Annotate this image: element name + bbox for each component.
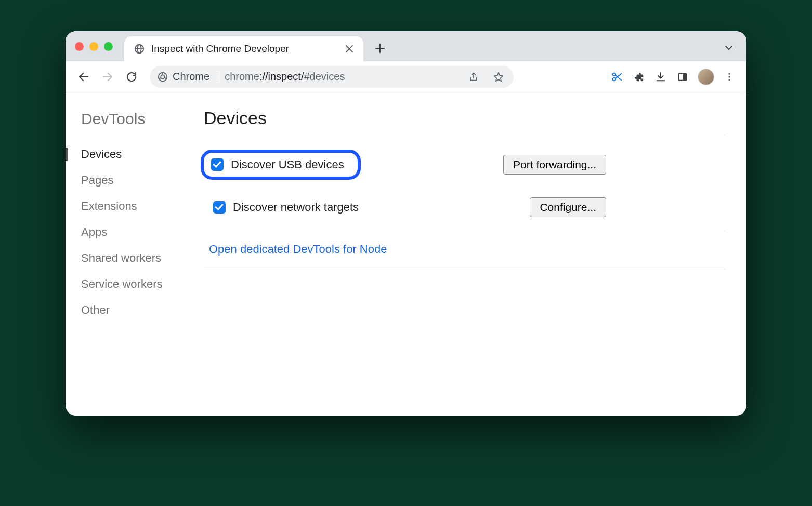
forward-button[interactable] [97,66,119,88]
sidebar-item-shared-workers[interactable]: Shared workers [81,245,189,271]
svg-point-8 [728,79,730,81]
sidebar-item-label: Apps [81,225,107,238]
window-minimize-button[interactable] [89,42,98,51]
toolbar: Chrome chrome://inspect/#devices [66,61,746,92]
svg-rect-5 [683,73,687,80]
page-content: DevTools Devices Pages Extensions Apps S… [66,92,746,416]
discover-network-checkbox[interactable]: Discover network targets [204,196,368,218]
browser-tab[interactable]: Inspect with Chrome Developer [124,36,363,61]
kebab-icon [724,72,735,82]
new-tab-button[interactable] [373,41,387,56]
reload-button[interactable] [121,66,142,88]
reload-icon [125,71,138,83]
downloads-button[interactable] [651,67,671,87]
scissors-icon [611,71,623,83]
window-close-button[interactable] [75,42,84,51]
sidepanel-button[interactable] [673,67,692,87]
address-bar[interactable]: Chrome chrome://inspect/#devices [150,66,514,88]
sidebar-item-label: Shared workers [81,251,161,264]
node-link-row: Open dedicated DevTools for Node [204,231,726,269]
site-chip[interactable]: Chrome [157,71,209,83]
svg-point-1 [161,75,164,78]
checkbox-label: Discover network targets [233,201,359,214]
chrome-icon [157,71,168,83]
sidebar-item-apps[interactable]: Apps [81,219,189,245]
back-button[interactable] [73,66,95,88]
checkbox-icon [213,201,226,214]
sidebar-item-label: Service workers [81,277,162,290]
svg-point-7 [728,76,730,77]
browser-window: Inspect with Chrome Developer Chrome [66,31,746,416]
usb-row: Discover USB devices Port forwarding... [204,144,726,191]
configure-button[interactable]: Configure... [530,197,606,217]
sidebar-item-other[interactable]: Other [81,297,189,323]
svg-point-6 [728,73,730,74]
sidebar-item-label: Extensions [81,199,137,212]
tab-search-button[interactable] [724,43,734,53]
main-panel: Devices Discover USB devices Port forwar… [201,92,746,416]
open-node-devtools-link[interactable]: Open dedicated DevTools for Node [209,243,387,256]
share-icon [468,72,479,82]
bookmark-button[interactable] [489,67,508,87]
titlebar: Inspect with Chrome Developer [66,31,746,61]
sidebar-item-label: Other [81,303,110,316]
page-title: Devices [204,108,726,128]
close-icon [346,45,353,52]
sidebar-item-label: Devices [81,148,122,161]
chevron-down-icon [724,43,734,53]
sidebar-item-pages[interactable]: Pages [81,167,189,193]
checkbox-icon [211,158,224,171]
globe-icon [134,43,145,55]
tab-title: Inspect with Chrome Developer [151,43,337,55]
discover-usb-checkbox[interactable]: Discover USB devices [201,150,361,180]
star-icon [493,72,504,82]
separator [217,71,217,83]
window-controls [75,42,113,51]
profile-avatar[interactable] [698,69,714,85]
panel-icon [677,72,688,82]
network-row: Discover network targets Configure... [204,191,726,231]
extensions-button[interactable] [629,67,649,87]
sidebar-item-label: Pages [81,174,113,187]
share-button[interactable] [464,67,483,87]
url-text: chrome://inspect/#devices [225,71,345,83]
site-chip-label: Chrome [173,71,209,83]
sidebar-item-extensions[interactable]: Extensions [81,193,189,219]
active-marker [66,148,68,161]
sidebar-item-devices[interactable]: Devices [81,141,189,167]
sidebar: DevTools Devices Pages Extensions Apps S… [66,92,201,416]
port-forwarding-button[interactable]: Port forwarding... [503,155,606,175]
arrow-left-icon [77,71,90,83]
checkbox-label: Discover USB devices [231,158,344,171]
plus-icon [375,44,385,53]
menu-button[interactable] [719,67,739,87]
sidebar-item-service-workers[interactable]: Service workers [81,271,189,297]
download-icon [655,71,666,83]
puzzle-icon [633,71,645,83]
sidebar-heading: DevTools [81,110,189,128]
close-tab-button[interactable] [344,43,355,55]
arrow-right-icon [101,71,114,83]
scissors-extension-button[interactable] [607,67,627,87]
toolbar-right [607,67,739,87]
window-maximize-button[interactable] [104,42,113,51]
divider [204,135,726,135]
